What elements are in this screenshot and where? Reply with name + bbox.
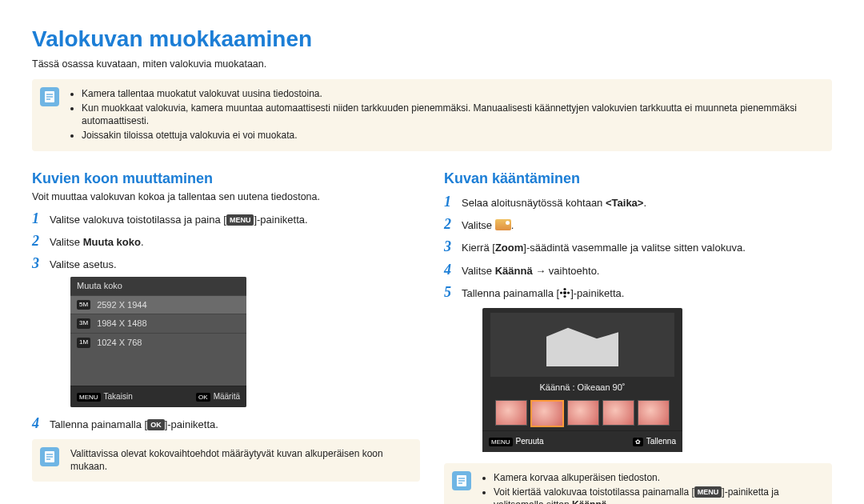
step-item: Valitse . [444,214,832,234]
page-intro: Tässä osassa kuvataan, miten valokuvia m… [32,58,832,71]
left-note-text: Valittavissa olevat kokovaihtoehdot määr… [70,447,409,473]
left-note: Valittavissa olevat kokovaihtoehdot määr… [32,439,420,481]
rotate-thumbs [482,397,682,430]
rotate-footer-left: MENUPeruuta [489,436,544,447]
svg-point-11 [560,291,562,294]
resize-footer-right: OKMääritä [196,391,240,402]
note-icon [40,87,59,106]
rotate-caption: Käännä : Oikeaan 90˚ [482,378,682,397]
left-lead: Voit muuttaa valokuvan kokoa ja tallenta… [32,190,420,204]
step-item: Valitse Käännä → vaihtoehto. [444,260,832,279]
step-item: Tallenna painamalla [OK]-painiketta. [32,414,420,433]
step-item: Selaa aloitusnäytössä kohtaan <Taika>. [444,192,832,211]
step-item: Tallenna painamalla [ ]-painiketta. Kään… [444,282,832,457]
right-note: Kamera korvaa alkuperäisen tiedoston. Vo… [444,463,832,504]
top-note-item: Kun muokkaat valokuvia, kamera muuntaa a… [82,102,821,127]
step-item: Kierrä [Zoom]-säädintä vasemmalle ja val… [444,237,832,256]
left-heading: Kuvien koon muuttaminen [32,169,420,188]
note-icon [40,447,59,466]
right-note-item: Voit kiertää valokuvaa toistotilassa pai… [494,486,821,504]
ok-chip-icon: OK [147,419,165,430]
menu-chip-icon: MENU [694,486,722,498]
note-icon [452,471,471,490]
rotate-screen: Käännä : Oikeaan 90˚ MENUPeruuta ✿Tallen… [482,308,682,452]
right-note-item: Kamera korvaa alkuperäisen tiedoston. [494,471,821,484]
resize-screen-title: Muuta koko [70,277,246,295]
right-heading: Kuvan kääntäminen [444,169,832,188]
resize-footer-left: MENUTakaisin [77,391,133,402]
step-item: Valitse Muuta koko. [32,231,420,250]
top-note: Kamera tallentaa muokatut valokuvat uusi… [32,79,832,152]
resize-screen: Muuta koko 5M2592 X 1944 3M1984 X 1488 1… [70,277,246,407]
resize-row: 5M2592 X 1944 [70,295,246,314]
svg-point-8 [563,291,566,294]
step-item: Valitse asetus. Muuta koko 5M2592 X 1944… [32,254,420,410]
resize-row: 1M1024 X 768 [70,333,246,352]
page-title: Valokuvan muokkaaminen [32,24,832,54]
menu-chip-icon: MENU [226,214,254,226]
flower-button-icon [559,287,570,302]
step-item: Valitse valokuva toistotilassa ja paina … [32,209,420,228]
top-note-item: Kamera tallentaa muokatut valokuvat uusi… [82,87,821,100]
svg-point-12 [567,291,570,294]
rotate-footer-right: ✿Tallenna [633,436,676,447]
magic-mode-icon [495,219,511,230]
svg-point-10 [564,295,566,298]
top-note-item: Joissakin tiloissa otettuja valokuvia ei… [82,129,821,142]
resize-row: 3M1984 X 1488 [70,314,246,333]
svg-point-9 [564,288,566,290]
